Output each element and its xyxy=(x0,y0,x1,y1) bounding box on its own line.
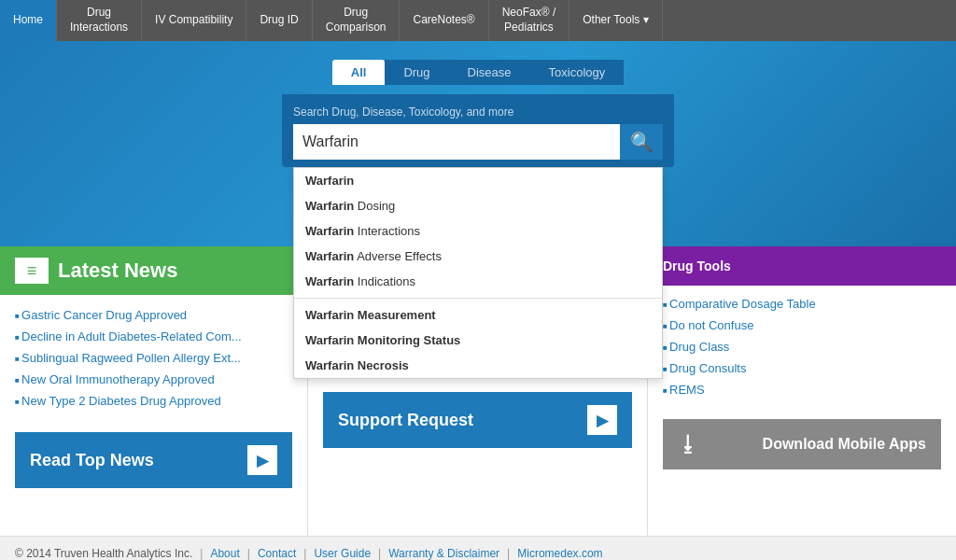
search-label: Search Drug, Disease, Toxicology, and mo… xyxy=(293,105,663,119)
news-list: Gastric Cancer Drug Approved Decline in … xyxy=(0,295,307,421)
nav-drug-id[interactable]: Drug ID xyxy=(246,0,312,41)
search-tabs: All Drug Disease Toxicology xyxy=(0,60,956,85)
nav-home[interactable]: Home xyxy=(0,0,57,41)
footer-copyright: © 2014 Truven Health Analytics Inc. xyxy=(15,547,192,560)
autocomplete-item[interactable]: Warfarin Interactions xyxy=(294,218,662,244)
support-btn-label: Support Request xyxy=(338,411,473,430)
download-mobile-apps-button[interactable]: ⭳ Download Mobile Apps xyxy=(663,419,941,469)
autocomplete-item[interactable]: Warfarin Indications xyxy=(294,269,662,294)
footer-link-user-guide[interactable]: User Guide xyxy=(314,547,371,560)
autocomplete-item[interactable]: Warfarin Monitoring Status xyxy=(294,328,662,353)
search-button[interactable]: 🔍 xyxy=(620,124,663,160)
footer-link-about[interactable]: About xyxy=(210,547,239,560)
list-item[interactable]: Do not Confuse xyxy=(663,315,941,336)
news-icon xyxy=(15,258,49,284)
nav-other-tools[interactable]: Other Tools ▾ xyxy=(569,0,662,41)
list-item[interactable]: Drug Consults xyxy=(663,357,941,379)
hero-section: All Drug Disease Toxicology Search Drug,… xyxy=(0,41,956,246)
list-item[interactable]: Decline in Adult Diabetes-Related Com... xyxy=(15,326,292,347)
search-container: Search Drug, Disease, Toxicology, and mo… xyxy=(282,94,674,167)
nav-carenotes[interactable]: CareNotes® xyxy=(400,0,488,41)
list-item[interactable]: Drug Class xyxy=(663,336,941,357)
autocomplete-divider xyxy=(294,298,662,299)
arrow-icon: ▶ xyxy=(587,405,617,435)
tab-drug[interactable]: Drug xyxy=(385,60,448,85)
list-item[interactable]: Sublingual Ragweed Pollen Allergy Ext... xyxy=(15,347,292,369)
news-header: Latest News xyxy=(0,246,307,295)
search-input[interactable] xyxy=(293,124,620,160)
autocomplete-dropdown: Warfarin Warfarin Dosing Warfarin Intera… xyxy=(293,167,663,379)
list-item[interactable]: Comparative Dosage Table xyxy=(663,293,941,315)
read-top-news-button[interactable]: Read Top News ▶ xyxy=(15,432,292,488)
read-top-news-label: Read Top News xyxy=(30,451,154,470)
panel-drug-tools: Drug Tools Comparative Dosage Table Do n… xyxy=(648,246,956,536)
nav-neofax[interactable]: NeoFax® /Pediatrics xyxy=(489,0,570,41)
autocomplete-item[interactable]: Warfarin Necrosis xyxy=(294,353,662,378)
autocomplete-item[interactable]: Warfarin xyxy=(294,168,662,193)
footer: © 2014 Truven Health Analytics Inc. | Ab… xyxy=(0,536,956,560)
tab-all[interactable]: All xyxy=(332,60,386,85)
nav-drug-comparison[interactable]: DrugComparison xyxy=(313,0,401,41)
download-icon: ⭳ xyxy=(678,432,698,456)
arrow-icon: ▶ xyxy=(247,445,277,475)
nav-iv-compatibility[interactable]: IV Compatibility xyxy=(142,0,246,41)
footer-link-micromedex[interactable]: Micromedex.com xyxy=(517,547,602,560)
download-btn-label: Download Mobile Apps xyxy=(763,436,926,453)
list-item[interactable]: New Type 2 Diabetes Drug Approved xyxy=(15,390,292,412)
news-title: Latest News xyxy=(58,259,177,283)
list-item[interactable]: Gastric Cancer Drug Approved xyxy=(15,304,292,326)
nav-drug-interactions[interactable]: DrugInteractions xyxy=(57,0,142,41)
footer-link-contact[interactable]: Contact xyxy=(258,547,296,560)
search-icon: 🔍 xyxy=(630,131,654,153)
drug-tools-list: Comparative Dosage Table Do not Confuse … xyxy=(648,286,956,408)
drug-tools-header: Drug Tools xyxy=(648,246,956,286)
tab-disease[interactable]: Disease xyxy=(449,60,530,85)
autocomplete-item[interactable]: Warfarin Adverse Effects xyxy=(294,244,662,269)
autocomplete-item[interactable]: Warfarin Dosing xyxy=(294,193,662,218)
list-item[interactable]: REMS xyxy=(663,379,941,400)
autocomplete-item[interactable]: Warfarin Measurement xyxy=(294,302,662,328)
footer-link-warranty[interactable]: Warranty & Disclaimer xyxy=(388,547,499,560)
main-nav: Home DrugInteractions IV Compatibility D… xyxy=(0,0,956,41)
list-item[interactable]: New Oral Immunotherapy Approved xyxy=(15,369,292,390)
tab-toxicology[interactable]: Toxicology xyxy=(530,60,625,85)
panel-news: Latest News Gastric Cancer Drug Approved… xyxy=(0,246,308,536)
support-request-button[interactable]: Support Request ▶ xyxy=(323,392,632,448)
